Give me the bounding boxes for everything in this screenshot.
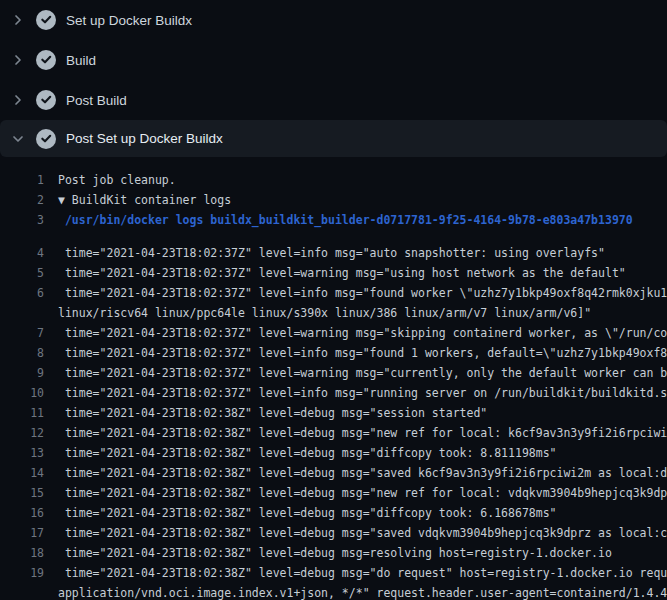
check-circle-icon xyxy=(36,50,56,70)
line-number[interactable]: 3 xyxy=(0,210,44,230)
line-number[interactable]: 7 xyxy=(0,323,44,330)
check-circle-icon xyxy=(36,90,56,110)
line-number[interactable]: 18 xyxy=(0,543,44,550)
log-line-text: time="2021-04-23T18:02:38Z" level=debug … xyxy=(58,543,612,550)
line-number[interactable]: 1 xyxy=(0,170,44,190)
log-row: 2▼ BuildKit container logs xyxy=(0,190,667,210)
line-number[interactable]: 13 xyxy=(0,443,44,450)
log-line-text: time="2021-04-23T18:02:37Z" level=info m… xyxy=(58,243,605,250)
line-number[interactable]: 19 xyxy=(0,563,44,570)
log-line-text: time="2021-04-23T18:02:37Z" level=info m… xyxy=(58,343,667,350)
log-line-text: time="2021-04-23T18:02:38Z" level=debug … xyxy=(58,423,667,430)
log-line-text[interactable]: ▼ BuildKit container logs xyxy=(58,190,231,210)
line-number[interactable]: 6 xyxy=(0,283,44,290)
log-line-text: time="2021-04-23T18:02:38Z" level=debug … xyxy=(58,483,667,490)
log-line-text: time="2021-04-23T18:02:38Z" level=debug … xyxy=(58,403,487,410)
log-line-text: time="2021-04-23T18:02:38Z" level=debug … xyxy=(58,463,667,470)
log-area: 1Post job cleanup.2▼ BuildKit container … xyxy=(0,157,667,600)
log-line-text: linux/riscv64 linux/ppc64le linux/s390x … xyxy=(58,303,591,310)
line-number[interactable]: 15 xyxy=(0,483,44,490)
log-line-text: time="2021-04-23T18:02:38Z" level=debug … xyxy=(58,563,667,570)
line-number[interactable]: 4 xyxy=(0,243,44,250)
step-header[interactable]: Build xyxy=(0,40,667,80)
step-title: Post Build xyxy=(66,93,127,108)
line-number[interactable]: 9 xyxy=(0,363,44,370)
log-line-text: Post job cleanup. xyxy=(58,170,176,190)
line-number[interactable]: 16 xyxy=(0,503,44,510)
step-title: Post Set up Docker Buildx xyxy=(66,131,223,146)
step-title: Set up Docker Buildx xyxy=(66,13,192,28)
step-title: Build xyxy=(66,53,96,68)
line-number[interactable]: 10 xyxy=(0,383,44,390)
line-number[interactable]: 11 xyxy=(0,403,44,410)
line-number[interactable]: 2 xyxy=(0,190,44,210)
chevron-right-icon xyxy=(10,92,26,108)
log-row: 4 time="2021-04-23T18:02:37Z" level=info… xyxy=(0,230,667,250)
log-line-text: time="2021-04-23T18:02:37Z" level=info m… xyxy=(58,283,667,290)
line-number[interactable] xyxy=(0,303,44,310)
chevron-right-icon xyxy=(10,52,26,68)
step-header[interactable]: Post Set up Docker Buildx xyxy=(0,120,667,157)
check-circle-icon xyxy=(36,10,56,30)
log-line-text: /usr/bin/docker logs buildx_buildkit_bui… xyxy=(58,210,633,230)
chevron-down-icon xyxy=(10,131,26,147)
log-row: 1Post job cleanup. xyxy=(0,170,667,190)
log-line-text: time="2021-04-23T18:02:37Z" level=info m… xyxy=(58,383,667,390)
step-header[interactable]: Post Build xyxy=(0,80,667,120)
line-number[interactable]: 5 xyxy=(0,263,44,270)
line-number[interactable]: 12 xyxy=(0,423,44,430)
line-number[interactable]: 8 xyxy=(0,343,44,350)
chevron-right-icon xyxy=(10,12,26,28)
line-number[interactable] xyxy=(0,583,44,590)
line-number[interactable]: 17 xyxy=(0,523,44,530)
log-line-text: application/vnd.oci.image.index.v1+json,… xyxy=(58,583,667,590)
log-line-text: time="2021-04-23T18:02:38Z" level=debug … xyxy=(58,443,557,450)
check-circle-icon xyxy=(36,129,56,149)
steps-list: Set up Docker BuildxBuildPost BuildPost … xyxy=(0,0,667,157)
log-line-text: time="2021-04-23T18:02:37Z" level=warnin… xyxy=(58,323,667,330)
log-line-text: time="2021-04-23T18:02:38Z" level=debug … xyxy=(58,523,667,530)
log-line-text: time="2021-04-23T18:02:37Z" level=warnin… xyxy=(58,263,626,270)
log-row-command: 3 /usr/bin/docker logs buildx_buildkit_b… xyxy=(0,210,667,230)
log-line-text: time="2021-04-23T18:02:38Z" level=debug … xyxy=(58,503,557,510)
line-number[interactable]: 14 xyxy=(0,463,44,470)
step-header[interactable]: Set up Docker Buildx xyxy=(0,0,667,40)
log-line-text: time="2021-04-23T18:02:37Z" level=warnin… xyxy=(58,363,667,370)
